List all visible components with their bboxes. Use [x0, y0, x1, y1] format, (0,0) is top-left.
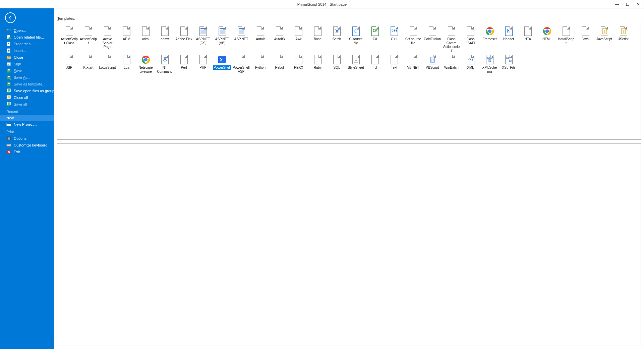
template-label: JavaScript	[596, 37, 613, 42]
template-java[interactable]: Java	[576, 25, 595, 54]
save-as-icon	[6, 75, 11, 80]
template-batch[interactable]: Batch	[327, 25, 346, 54]
template-header[interactable]: hHeader	[499, 25, 518, 54]
menu-options[interactable]: Options	[0, 135, 54, 142]
template-text[interactable]: Text	[385, 54, 404, 75]
close-button[interactable]: ✕	[633, 0, 644, 8]
template-coldfusion[interactable]: ColdFusion	[423, 25, 442, 54]
svg-rect-7	[8, 69, 9, 71]
template-rebol[interactable]: Rebol	[270, 54, 289, 75]
template-lua[interactable]: Lua	[117, 54, 136, 75]
template-adm[interactable]: ADM	[117, 25, 136, 54]
template-winbatch[interactable]: WinBatch	[442, 54, 461, 75]
template-asp-net-vb[interactable]: ASP.NET (VB)	[213, 25, 232, 54]
back-button[interactable]	[5, 12, 16, 23]
template-netscape-livewire[interactable]: Netscape Livewire	[136, 54, 155, 75]
template-icon	[218, 55, 227, 64]
template-kixtart[interactable]: KiXtart	[79, 54, 98, 75]
template-frameset[interactable]: Frameset	[480, 25, 499, 54]
template-label: Ruby	[313, 65, 322, 70]
svg-point-3	[8, 43, 9, 44]
menu-label: Close	[14, 55, 23, 59]
svg-text:S: S	[603, 30, 605, 33]
menu-close-all[interactable]: Close all	[0, 94, 54, 101]
template-flash-jsapi[interactable]: Flash JSAPI	[461, 25, 480, 54]
template-asp-net-cs[interactable]: ASP.NET (CS)	[193, 25, 213, 54]
menu-close[interactable]: Close	[0, 54, 54, 61]
template-sql[interactable]: SQL	[327, 54, 346, 75]
template-perl[interactable]: Perl	[174, 54, 193, 75]
template-autoit[interactable]: AutoIt	[251, 25, 270, 54]
template-label: Tcl	[372, 65, 377, 70]
svg-rect-19	[7, 123, 11, 124]
menu-open-related-file[interactable]: Open related file...	[0, 34, 54, 41]
template-admx[interactable]: admx	[155, 25, 174, 54]
template-rexx[interactable]: REXX	[289, 54, 308, 75]
template-html[interactable]: HTML	[537, 25, 557, 54]
template-installscript[interactable]: InstallScript	[557, 25, 576, 54]
svg-rect-15	[8, 96, 11, 99]
template-stylesheet[interactable]: AStyleSheet	[346, 54, 365, 75]
template-autoit3[interactable]: AutoIt3	[270, 25, 289, 54]
template-vbscript[interactable]: SVBScript	[423, 54, 442, 75]
menu-customize-label: Customize keyboard	[14, 143, 47, 147]
template-powershellasp[interactable]: PowerShellASP	[232, 54, 251, 75]
template-active-server-page[interactable]: Active Server Page	[98, 25, 117, 54]
menu-label: Save open files as group...	[14, 89, 57, 93]
template-vb-net[interactable]: VB.NET	[404, 54, 423, 75]
template-nt-command[interactable]: NT Command	[155, 54, 174, 75]
menu-customize-keyboard[interactable]: Customize keyboard	[0, 142, 54, 149]
template-label: JScript	[618, 37, 629, 42]
svg-rect-9	[8, 76, 9, 77]
template-icon: S	[600, 26, 609, 36]
menu-new-project-label: New Project...	[14, 122, 37, 126]
folder-open-icon	[6, 28, 11, 33]
template-icon	[581, 26, 590, 36]
template-label: ActionScript Class	[60, 37, 78, 45]
template-xsltfile[interactable]: XSLTFile	[499, 54, 518, 75]
template-xml[interactable]: XML	[461, 54, 480, 75]
template-adobe-flex[interactable]: Adobe Flex	[174, 25, 193, 54]
menu-new[interactable]: New	[0, 115, 54, 121]
template-xmlschema[interactable]: XMLSchema	[480, 54, 499, 75]
template-icon	[390, 55, 399, 64]
template-python[interactable]: Python	[251, 54, 270, 75]
template-actionscript[interactable]: ActionScript	[79, 25, 98, 54]
template-tcl[interactable]: Tcl	[365, 54, 385, 75]
template-jsp[interactable]: JSP	[60, 54, 79, 75]
template-label: KiXtart	[82, 65, 94, 70]
menu-new-project[interactable]: New Project...	[0, 121, 54, 128]
menu-open[interactable]: Open...	[0, 27, 54, 34]
template-lotusscript[interactable]: LotusScript	[98, 54, 117, 75]
template-asp-net[interactable]: ASP.NET	[232, 25, 251, 54]
template-php[interactable]: PHP	[193, 54, 213, 75]
template-javascript[interactable]: SJavaScript	[595, 25, 614, 54]
menu-exit-label: Exit	[14, 150, 20, 154]
menu-sign: Sign	[0, 61, 54, 67]
maximize-button[interactable]: ☐	[622, 0, 633, 8]
template-c[interactable]: C++C++	[385, 25, 404, 54]
menu-label: Close all	[14, 96, 28, 100]
template-label: JSP	[65, 65, 73, 70]
template-c[interactable]: C#C#	[365, 25, 385, 54]
template-flash-comm-actionscript[interactable]: Flash Comm Actionscript	[442, 25, 461, 54]
app-window: PrimalScript 2014 - Start page — ☐ ✕ Ope…	[0, 0, 644, 349]
menu-exit[interactable]: Exit	[0, 149, 54, 155]
templates-list[interactable]: ActionScript ClassActionScriptActive Ser…	[57, 22, 641, 140]
minimize-button[interactable]: —	[611, 0, 622, 8]
template-ruby[interactable]: Ruby	[308, 54, 327, 75]
template-hta[interactable]: HTA	[518, 25, 537, 54]
options-icon	[6, 136, 11, 141]
template-c-source-file[interactable]: CC source file	[346, 25, 365, 54]
template-actionscript-class[interactable]: ActionScript Class	[60, 25, 79, 54]
template-adml[interactable]: adml	[136, 25, 155, 54]
template-jscript[interactable]: SJScript	[614, 25, 633, 54]
template-awk[interactable]: Awk	[289, 25, 308, 54]
template-powershell[interactable]: PowerShell	[213, 54, 232, 75]
template-bash[interactable]: Bash	[308, 25, 327, 54]
template-label: REXX	[293, 65, 304, 70]
template-ch-source-file[interactable]: CH source file	[404, 25, 423, 54]
svg-rect-29	[200, 28, 206, 29]
template-icon	[65, 55, 74, 64]
menu-save-open-files-as-group[interactable]: Save open files as group...	[0, 88, 54, 94]
